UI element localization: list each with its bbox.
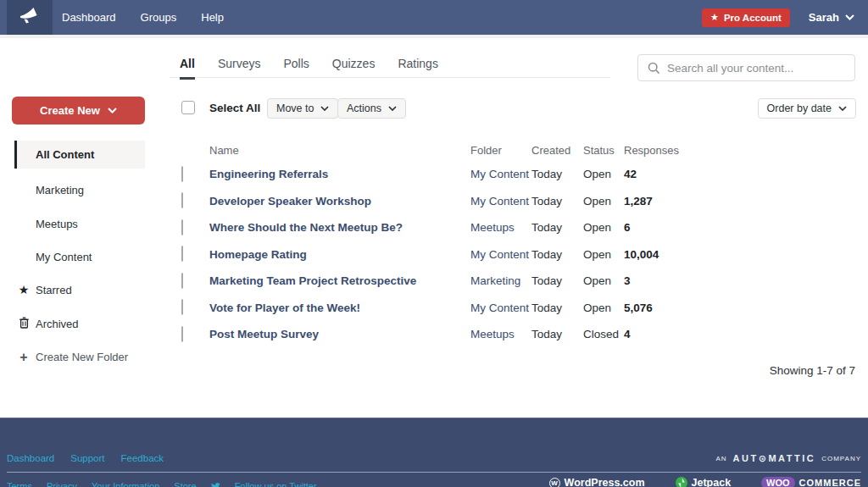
move-to-dropdown[interactable]: Move to — [267, 98, 338, 119]
tab-surveys[interactable]: Surveys — [218, 57, 261, 80]
chevron-down-icon — [838, 106, 847, 111]
chevron-down-icon — [388, 106, 397, 111]
woo-badge-icon: WOO — [761, 477, 795, 487]
tab-ratings[interactable]: Ratings — [398, 57, 437, 80]
order-by-dropdown[interactable]: Order by date — [758, 98, 856, 119]
wordpress-w-icon: W — [549, 478, 560, 487]
footer-link-store[interactable]: Store — [174, 481, 196, 487]
tab-all[interactable]: All — [180, 57, 195, 80]
sidebar-item-meetups[interactable]: Meetups — [36, 218, 78, 231]
automattic-prefix: AN — [715, 455, 726, 462]
table-row: Where Should the Next Meetup Be? Meetups… — [181, 214, 695, 241]
sidebar-item-all-content[interactable]: All Content — [14, 141, 145, 169]
folder-link[interactable]: Marketing — [470, 274, 531, 287]
nav-groups[interactable]: Groups — [141, 11, 177, 24]
table-row: Developer Speaker Workshop My Content To… — [181, 188, 695, 215]
table-row: Engineering Referrals My Content Today O… — [181, 161, 695, 188]
status-value: Open — [583, 302, 624, 314]
content-name-link[interactable]: Engineering Referrals — [209, 168, 470, 180]
woocommerce-logo[interactable]: WOO COMMERCE — [761, 477, 861, 487]
content-name-link[interactable]: Developer Speaker Workshop — [209, 195, 470, 208]
col-header-created: Created — [531, 144, 583, 157]
folder-link[interactable]: My Content — [470, 168, 531, 180]
create-new-button[interactable]: Create New — [12, 97, 145, 125]
sidebar-item-archived[interactable]: Archived — [36, 318, 79, 331]
footer-link-follow-twitter[interactable]: Follow us on Twitter — [235, 481, 317, 487]
row-checkbox[interactable] — [181, 246, 183, 262]
col-header-status: Status — [583, 144, 624, 157]
folder-link[interactable]: Meetups — [470, 328, 531, 340]
content-table: Name Folder Created Status Responses Eng… — [181, 139, 695, 348]
row-checkbox[interactable] — [181, 192, 183, 208]
crowdsignal-dashboard: Dashboard Groups Help ★ Pro Account Sara… — [0, 0, 868, 487]
pro-account-button[interactable]: ★ Pro Account — [702, 8, 790, 27]
content-name-link[interactable]: Vote for Player of the Week! — [209, 302, 470, 314]
table-row: Marketing Team Project Retrospective Mar… — [181, 268, 695, 295]
footer-link-dashboard[interactable]: Dashboard — [7, 453, 54, 463]
content-name-link[interactable]: Homepage Rating — [209, 248, 470, 261]
folder-link[interactable]: My Content — [470, 302, 531, 314]
responses-value: 3 — [624, 274, 695, 287]
responses-value: 10,004 — [624, 248, 695, 261]
top-navbar: Dashboard Groups Help ★ Pro Account Sara… — [0, 0, 868, 35]
sidebar-item-marketing[interactable]: Marketing — [36, 184, 84, 197]
footer-link-privacy[interactable]: Privacy — [47, 481, 77, 487]
content-name-link[interactable]: Post Meetup Survey — [209, 328, 470, 340]
jetpack-logo[interactable]: Jetpack — [676, 477, 732, 487]
nav-dashboard[interactable]: Dashboard — [62, 11, 116, 24]
created-value: Today — [531, 168, 583, 180]
folder-link[interactable]: My Content — [470, 248, 531, 261]
row-checkbox[interactable] — [181, 273, 183, 289]
create-new-label: Create New — [40, 104, 100, 117]
created-value: Today — [531, 248, 583, 261]
status-value: Open — [583, 274, 624, 287]
tab-polls[interactable]: Polls — [283, 57, 309, 80]
search-input[interactable] — [667, 62, 845, 75]
created-value: Today — [531, 328, 583, 340]
created-value: Today — [531, 274, 583, 287]
footer-link-support[interactable]: Support — [70, 453, 104, 463]
automattic-company-mark: AN AUT⊙MATTIC COMPANY — [715, 453, 861, 464]
footer-links: Dashboard Support Feedback — [7, 453, 164, 463]
folder-link[interactable]: Meetups — [470, 221, 531, 234]
created-value: Today — [531, 302, 583, 314]
user-name: Sarah — [809, 11, 839, 24]
sidebar-item-create-new-folder[interactable]: Create New Folder — [36, 351, 128, 364]
row-checkbox[interactable] — [181, 299, 183, 315]
tab-quizzes[interactable]: Quizzes — [332, 57, 376, 80]
order-by-label: Order by date — [767, 102, 832, 114]
move-to-label: Move to — [276, 102, 314, 114]
user-account-menu[interactable]: Sarah — [809, 11, 854, 24]
status-value: Open — [583, 195, 624, 208]
nav-help[interactable]: Help — [201, 11, 224, 24]
status-value: Open — [583, 168, 624, 180]
row-checkbox[interactable] — [181, 166, 183, 182]
responses-value: 6 — [624, 221, 695, 234]
sidebar-item-my-content[interactable]: My Content — [36, 251, 92, 264]
content-name-link[interactable]: Marketing Team Project Retrospective — [209, 274, 470, 287]
footer-link-feedback[interactable]: Feedback — [121, 453, 164, 463]
wordpress-label: WordPress.com — [565, 477, 645, 487]
plus-icon: + — [17, 350, 31, 365]
app-logo[interactable] — [7, 0, 53, 35]
col-header-folder: Folder — [470, 144, 531, 157]
content-name-link[interactable]: Where Should the Next Meetup Be? — [209, 221, 470, 234]
actions-label: Actions — [347, 102, 381, 114]
sidebar-item-starred[interactable]: Starred — [36, 284, 72, 297]
wordpress-logo[interactable]: W WordPress.com — [549, 477, 645, 487]
search-box — [637, 54, 855, 81]
automattic-suffix: COMPANY — [821, 455, 861, 462]
footer-link-your-information[interactable]: Your Information — [92, 481, 159, 487]
select-all-checkbox[interactable] — [181, 101, 195, 114]
actions-dropdown[interactable]: Actions — [337, 98, 406, 119]
footer-link-terms[interactable]: Terms — [7, 481, 32, 487]
row-checkbox[interactable] — [181, 219, 183, 235]
responses-value: 4 — [624, 328, 695, 340]
page-footer: Dashboard Support Feedback AN AUT⊙MATTIC… — [0, 418, 868, 487]
woocommerce-label: COMMERCE — [799, 478, 861, 487]
folder-link[interactable]: My Content — [470, 195, 531, 208]
row-checkbox[interactable] — [181, 326, 183, 342]
chevron-down-icon — [108, 108, 117, 113]
status-value: Closed — [583, 328, 624, 340]
footer-partner-logos: W WordPress.com Jetpack WOO COMMERCE — [549, 477, 861, 487]
